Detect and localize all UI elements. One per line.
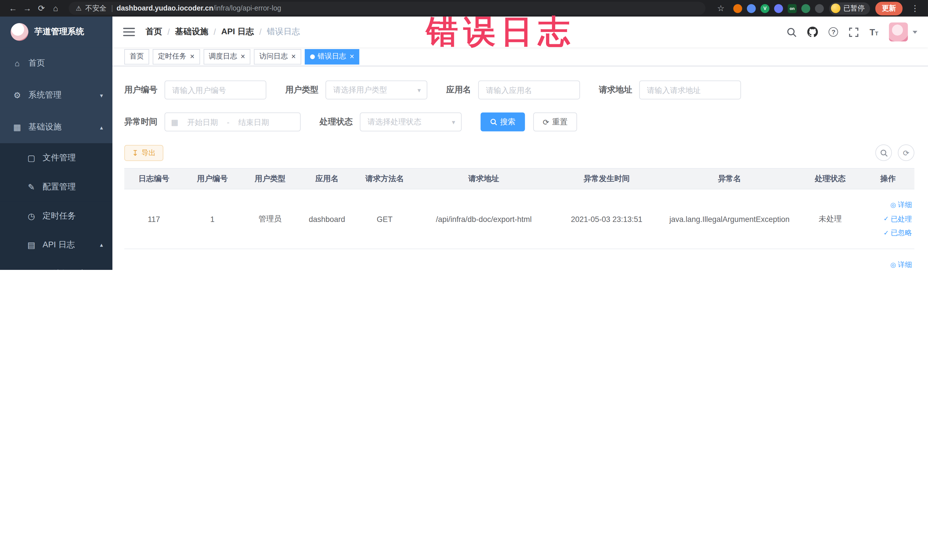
mark-processed-link[interactable]: ✓已处理 — [884, 213, 912, 225]
help-icon[interactable]: ? — [829, 27, 838, 37]
export-button[interactable]: ↧ 导出 — [124, 145, 163, 160]
tab-label: 访问日志 — [259, 51, 288, 61]
browser-forward-icon[interactable]: → — [20, 3, 35, 13]
filter-row-1: 用户编号 用户类型 请选择用户类型 ▾ 应用名 — [124, 81, 914, 99]
breadcrumb-item: 错误日志 — [267, 26, 300, 37]
reset-button[interactable]: ⟳ 重置 — [533, 112, 577, 131]
bookmark-star-icon[interactable]: ☆ — [714, 3, 728, 13]
start-date-input[interactable] — [181, 117, 224, 127]
process-status-select[interactable]: 请选择处理状态 ▾ — [360, 112, 462, 131]
sidebar-item-home[interactable]: ⌂首页 — [0, 47, 112, 79]
browser-menu-icon[interactable]: ⋮ — [908, 3, 922, 13]
refresh-icon: ⟳ — [903, 148, 910, 157]
doc-edit-icon: ✎ — [37, 269, 47, 270]
not-secure-warning-icon: ⚠ — [76, 5, 82, 12]
table-row: 1171管理员dashboardGET/api/infra/db-doc/exp… — [124, 189, 914, 249]
sidebar-item-job[interactable]: ◷定时任务 — [0, 201, 112, 230]
detail-link[interactable]: ◎详细 — [890, 259, 912, 270]
sidebar-item-label: API 日志 — [43, 240, 75, 250]
search-button[interactable]: 搜索 — [481, 112, 525, 131]
request-url-input[interactable] — [639, 81, 741, 99]
chevron-up-icon: ▴ — [100, 124, 103, 131]
sidebar-item-config-manage[interactable]: ✎配置管理 — [0, 172, 112, 201]
sidebar-item-file-manage[interactable]: ▢文件管理 — [0, 143, 112, 172]
extension-orange-icon[interactable] — [733, 4, 742, 12]
cell-actions: ◎详细✓已处理✓已忽略 — [862, 189, 914, 249]
chevron-down-icon[interactable] — [913, 31, 917, 34]
cell-app: dashboard — [299, 215, 355, 223]
check-icon: ✓ — [884, 216, 889, 222]
eye-icon: ◎ — [890, 202, 896, 209]
api-log-icon: ▤ — [26, 240, 37, 249]
job-icon: ◷ — [26, 211, 37, 221]
url-path: /infra/log/api-error-log — [214, 4, 281, 12]
sidebar-item-system[interactable]: ⚙系统管理▾ — [0, 79, 112, 111]
user-avatar[interactable] — [889, 23, 908, 41]
fullscreen-icon[interactable] — [849, 27, 859, 37]
chevron-down-icon: ▾ — [100, 92, 103, 99]
profile-paused-badge[interactable]: 已暂停 — [829, 2, 870, 15]
extension-drop-icon[interactable] — [747, 4, 756, 12]
hamburger-icon[interactable] — [123, 28, 135, 36]
breadcrumb-item[interactable]: 基础设施 — [175, 26, 208, 37]
sidebar-item-infra[interactable]: ▦基础设施▴ — [0, 111, 112, 143]
close-icon[interactable]: × — [291, 53, 296, 61]
user-type-select[interactable]: 请选择用户类型 ▾ — [325, 81, 427, 99]
address-bar[interactable]: ⚠ 不安全 | dashboard.yudao.iocoder.cn/infra… — [69, 2, 705, 15]
extension-grid-icon[interactable] — [774, 4, 783, 12]
tab-job[interactable]: 定时任务× — [153, 49, 200, 64]
browser-back-icon[interactable]: ← — [6, 3, 20, 13]
sidebar-item-api-log[interactable]: ▤API 日志▴ — [0, 230, 112, 259]
sidebar-item-access-log[interactable]: ✎访问日志 — [0, 259, 112, 270]
cell-status: 未处理 — [799, 214, 862, 224]
tab-label: 首页 — [130, 51, 144, 61]
tab-home[interactable]: 首页 — [124, 49, 149, 64]
end-date-input[interactable] — [232, 117, 275, 127]
column-header: 用户编号 — [183, 174, 241, 184]
cell-user-type: 管理员 — [241, 214, 299, 224]
profile-avatar — [831, 3, 840, 13]
github-icon[interactable] — [807, 26, 818, 37]
user-id-label: 用户编号 — [124, 85, 157, 95]
close-icon[interactable]: × — [190, 53, 195, 61]
breadcrumb-item[interactable]: 首页 — [145, 26, 162, 37]
cell-exception: java.lang.IllegalArgumentException — [660, 215, 799, 223]
app-name-input[interactable] — [478, 81, 580, 99]
user-id-input[interactable] — [165, 81, 266, 99]
detail-link[interactable]: ◎详细 — [890, 199, 912, 211]
column-header: 异常发生时间 — [553, 174, 660, 184]
extension-v-icon[interactable]: V — [760, 4, 769, 12]
search-icon — [880, 149, 887, 157]
chevron-down-icon: ▾ — [418, 86, 421, 94]
address-separator: | — [111, 4, 113, 12]
extension-tree-icon[interactable] — [801, 4, 810, 12]
close-icon[interactable]: × — [350, 53, 354, 61]
refresh-table-button[interactable]: ⟳ — [898, 144, 914, 161]
tab-access-log[interactable]: 访问日志× — [254, 49, 301, 64]
filter-row-2: 异常时间 ▦ - 处理状态 请选择处理状态 ▾ — [124, 112, 914, 131]
browser-update-button[interactable]: 更新 — [875, 2, 902, 15]
extension-icons: Von — [733, 4, 824, 12]
breadcrumb-item[interactable]: API 日志 — [221, 26, 254, 37]
sidebar-item-label: 基础设施 — [29, 122, 62, 132]
browser-home-icon[interactable]: ⌂ — [49, 3, 63, 13]
tab-job-log[interactable]: 调度日志× — [203, 49, 250, 64]
browser-reload-icon[interactable]: ⟳ — [34, 3, 49, 13]
sidebar-item-label: 访问日志 — [53, 269, 87, 270]
close-icon[interactable]: × — [241, 53, 245, 61]
toggle-search-button[interactable] — [875, 144, 892, 161]
app-logo[interactable]: 芋道管理系统 — [0, 17, 112, 47]
extension-on-badge-icon[interactable]: on — [788, 4, 797, 12]
chevron-down-icon: ▾ — [452, 118, 455, 126]
sidebar-item-label: 定时任务 — [43, 211, 76, 221]
chevron-up-icon: ▴ — [100, 241, 103, 248]
extension-pin-icon[interactable] — [815, 4, 824, 12]
search-icon[interactable] — [787, 27, 797, 37]
font-size-icon[interactable]: TT — [870, 27, 878, 37]
date-range-picker[interactable]: ▦ - — [165, 112, 301, 131]
download-icon: ↧ — [132, 149, 139, 157]
tab-label: 调度日志 — [209, 51, 237, 61]
mark-ignored-link[interactable]: ✓已忽略 — [884, 227, 912, 239]
breadcrumb-separator: / — [214, 27, 216, 37]
tab-error-log[interactable]: 错误日志× — [305, 49, 359, 64]
